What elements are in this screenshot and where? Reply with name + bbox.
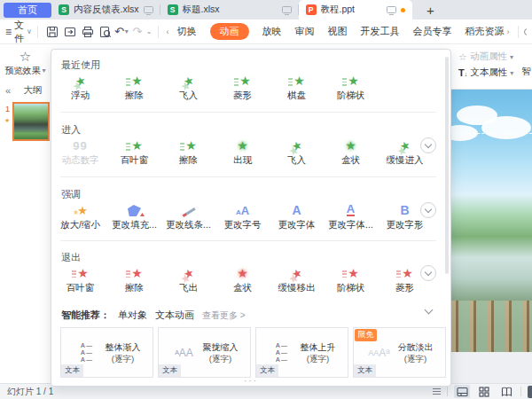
recommend-animation-card[interactable]: 聚拢缩入 (逐字) 文本 <box>158 327 251 378</box>
slide-number: 1 <box>5 105 10 113</box>
animation-effect[interactable]: 动态数字 <box>53 136 107 167</box>
section-title-entrance: 进入 <box>61 123 81 137</box>
animation-effect[interactable]: 阶梯状 <box>324 263 378 294</box>
animation-effect[interactable]: 百叶窗 <box>107 136 161 167</box>
animation-effect[interactable]: 棋盘 <box>270 71 324 102</box>
slide-animation-indicator-icon: ★ <box>4 117 10 124</box>
document-tab[interactable]: S 标题.xlsx <box>160 0 299 20</box>
smart-recommend-bar: 智能推荐： 单对象 文本动画 查看更多 > <box>61 309 246 322</box>
search-command-input[interactable]: 查找命令 <box>524 26 528 38</box>
play-slideshow-button[interactable] <box>528 386 532 398</box>
animation-effect-label: 飞出 <box>179 282 198 294</box>
animation-effect-label: 飞入 <box>287 154 306 167</box>
print-button[interactable] <box>79 23 97 41</box>
animation-effect[interactable]: 更改填充... <box>107 200 161 231</box>
animation-effect-icon <box>72 263 89 279</box>
animation-effect[interactable]: 盒状 <box>324 136 378 167</box>
animation-effect[interactable]: 出现 <box>215 136 270 167</box>
animation-effect-icon <box>288 71 305 87</box>
home-tab-button[interactable]: 首页 <box>4 3 51 18</box>
outline-tab[interactable]: 大纲 <box>23 84 42 97</box>
card-animation-icon <box>171 347 198 359</box>
smart-tab-text-animation[interactable]: 文本动画 <box>155 309 194 322</box>
normal-view-button[interactable] <box>454 385 470 398</box>
reading-view-button[interactable] <box>498 385 514 398</box>
ribbon-scroll-left-icon[interactable]: ‹ <box>164 27 172 36</box>
animation-effect[interactable]: 更改线条... <box>161 200 215 231</box>
animation-effect[interactable]: 擦除 <box>107 71 161 102</box>
export-button[interactable] <box>61 23 79 41</box>
text-properties-label: 文本属性 <box>470 66 507 79</box>
panel-resize-handle[interactable]: ··· <box>51 378 450 385</box>
slide-thumbnail[interactable] <box>12 102 50 141</box>
print-preview-button[interactable] <box>97 23 114 41</box>
expand-emphasis-section-button[interactable] <box>420 202 436 218</box>
document-tab[interactable]: P 教程.ppt <box>299 0 412 20</box>
animation-effect[interactable]: 更改字号 <box>215 200 270 231</box>
animation-effect-icon <box>126 71 143 87</box>
present-monitor-icon[interactable] <box>387 6 396 13</box>
animation-effect[interactable]: 擦除 <box>107 263 161 294</box>
animation-effect[interactable]: 擦除 <box>161 136 215 167</box>
animation-effect[interactable]: 菱形 <box>215 71 270 102</box>
redo-button[interactable]: ↷ <box>129 23 146 41</box>
slide-canvas[interactable] <box>451 90 532 352</box>
animation-effect-icon <box>234 71 251 87</box>
animation-effect-label: 动态数字 <box>62 154 99 167</box>
expand-entrance-section-button[interactable] <box>420 137 436 153</box>
present-monitor-icon[interactable] <box>144 6 153 13</box>
recommend-animation-card[interactable]: 限免 分散淡出 (逐字) 文本 <box>353 327 446 378</box>
slide-thumbnail-sidebar: « 大纲 1 ★ <box>0 82 51 383</box>
animation-effect[interactable]: 飞入 <box>161 71 215 102</box>
document-tab[interactable]: S 内容反馈表.xlsx <box>51 0 160 20</box>
ribbon-scroll-right-icon[interactable]: › <box>505 27 512 36</box>
see-more-link[interactable]: 查看更多 > <box>202 309 246 322</box>
expand-exit-section-button[interactable] <box>420 265 436 281</box>
ribbon-tab[interactable]: 动画 <box>210 23 249 40</box>
animation-effect-label: 缓慢进入 <box>387 154 424 167</box>
file-menu-button[interactable]: ≡ 文件 ∨ <box>5 19 32 45</box>
animation-effect[interactable]: 阶梯状 <box>324 71 378 102</box>
animation-effect[interactable]: 百叶窗 <box>53 263 107 294</box>
animation-effect[interactable]: 飞入 <box>270 136 324 167</box>
animation-effect[interactable]: 盒状 <box>215 263 270 294</box>
animation-effect[interactable]: 更改字体 <box>270 200 324 231</box>
statusbar-divider <box>520 387 521 396</box>
collapse-sidebar-icon[interactable]: « <box>5 85 11 96</box>
chevron-down-icon <box>425 205 432 212</box>
save-button[interactable] <box>43 23 61 41</box>
animation-effect[interactable]: 放大/缩小 <box>53 200 107 231</box>
animation-effect-label: 阶梯状 <box>337 282 365 294</box>
recommend-animation-card[interactable]: 整体上升 (逐字) 文本 <box>255 327 348 378</box>
animation-effect[interactable]: 缓慢移出 <box>270 263 324 294</box>
slide-sorter-view-button[interactable] <box>476 385 492 398</box>
animation-effect[interactable]: 浮动 <box>53 71 107 102</box>
ribbon-tab[interactable]: 开发工具 <box>361 25 400 38</box>
animation-effect[interactable]: 飞出 <box>161 263 215 294</box>
ribbon-tab[interactable]: 切换 <box>177 25 197 38</box>
ribbon-tab-list: 切换 动画 放映 审阅 视图 开发工具 会员专享 稻壳资源 <box>177 23 505 40</box>
toolbar-more-dropdown-icon[interactable]: ⌄ <box>146 27 153 35</box>
animation-properties-button[interactable]: ☆ 动画属性 ▾ <box>458 49 532 65</box>
card-subtitle: (逐字) <box>404 353 426 364</box>
smart-recommend-label: 智能推荐： <box>61 309 110 322</box>
collapse-recommend-button[interactable] <box>426 307 438 319</box>
ribbon-tab[interactable]: 会员专享 <box>413 25 452 38</box>
smart-tab-single-object[interactable]: 单对象 <box>118 309 147 322</box>
ribbon-tab[interactable]: 视图 <box>328 25 348 38</box>
ribbon-tab[interactable]: 稻壳资源 <box>466 25 505 38</box>
present-monitor-icon[interactable] <box>282 6 292 13</box>
notes-icon[interactable] <box>433 388 441 395</box>
ribbon-tab[interactable]: 放映 <box>262 25 282 38</box>
reading-view-icon <box>501 387 512 397</box>
undo-button[interactable]: ↶ ▾ <box>114 26 129 37</box>
new-tab-button[interactable]: + <box>423 3 439 18</box>
toolbar-divider <box>518 26 519 38</box>
preview-effect-button[interactable]: ☆ 预览效果 ▾ <box>0 44 51 82</box>
ribbon-tab[interactable]: 审阅 <box>295 25 315 38</box>
unsaved-dot-icon <box>401 8 405 12</box>
recommend-animation-card[interactable]: 整体渐入 (逐字) 文本 <box>60 327 153 378</box>
panel-scrollbar[interactable] <box>445 57 449 274</box>
animation-effect-icon <box>73 200 88 216</box>
animation-effect[interactable]: 更改字体... <box>324 200 378 231</box>
